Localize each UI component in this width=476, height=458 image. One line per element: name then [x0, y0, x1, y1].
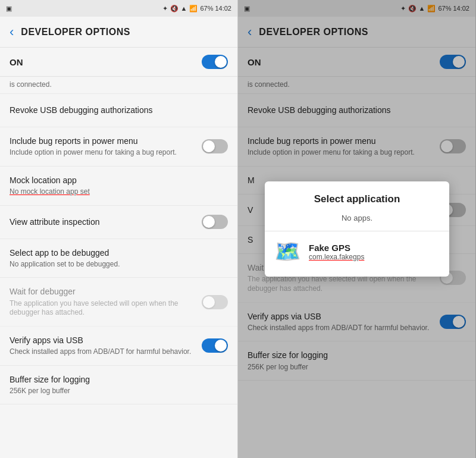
left-bug-reports-title: Include bug reports in power menu	[10, 136, 196, 146]
left-on-label: ON	[10, 57, 23, 67]
left-on-toggle-knob	[215, 56, 227, 68]
left-header: ‹ DEVELOPER OPTIONS	[0, 17, 237, 48]
dialog-fake-gps-row[interactable]: 🗺️ Fake GPS com.lexa.fakegps	[265, 231, 449, 272]
dialog-title: Select application	[265, 193, 449, 211]
left-view-attribute-title: View attribute inspection	[10, 217, 196, 227]
left-setting-buffer-size[interactable]: Buffer size for logging 256K per log buf…	[0, 366, 237, 405]
left-mock-location-title: Mock location app	[10, 175, 222, 186]
left-wait-debugger-title: Wait for debugger	[10, 286, 196, 297]
left-bug-reports-toggle[interactable]	[202, 139, 228, 153]
left-setting-wait-debugger: Wait for debugger The application you ha…	[0, 278, 237, 326]
left-setting-bug-reports[interactable]: Include bug reports in power menu Includ…	[0, 127, 237, 167]
left-mock-location-subtitle: No mock location app set	[10, 187, 222, 197]
fake-gps-info: Fake GPS com.lexa.fakegps	[309, 243, 440, 261]
status-bar-right-info: ✦ 🔇 ▲ 📶 67% 14:02	[162, 5, 232, 12]
left-buffer-size-title: Buffer size for logging	[10, 374, 222, 385]
left-status-bar: ▣ ✦ 🔇 ▲ 📶 67% 14:02	[0, 0, 237, 17]
left-bug-reports-toggle-knob	[203, 140, 215, 152]
left-is-connected: is connected.	[0, 77, 237, 94]
left-wait-debugger-subtitle: The application you have selected will o…	[10, 299, 196, 318]
fake-gps-name: Fake GPS	[309, 243, 440, 253]
dialog-overlay[interactable]: Select application No apps. 🗺️ Fake GPS …	[238, 0, 476, 458]
right-phone-panel: ▣ ✦ 🔇 ▲ 📶 67% 14:02 ‹ DEVELOPER OPTIONS …	[238, 0, 476, 458]
camera-icon: ▣	[6, 5, 12, 12]
left-select-debug-subtitle: No application set to be debugged.	[10, 260, 222, 269]
mute-icon: 🔇	[170, 5, 178, 12]
left-setting-revoke-usb[interactable]: Revoke USB debugging authorizations	[0, 94, 237, 127]
left-wait-debugger-toggle-knob	[203, 296, 215, 308]
left-phone-panel: ▣ ✦ 🔇 ▲ 📶 67% 14:02 ‹ DEVELOPER OPTIONS …	[0, 0, 238, 458]
wifi-icon: ▲	[181, 5, 187, 12]
select-application-dialog[interactable]: Select application No apps. 🗺️ Fake GPS …	[265, 181, 449, 277]
left-verify-apps-toggle[interactable]	[202, 338, 228, 353]
bluetooth-icon: ✦	[162, 5, 168, 12]
left-buffer-size-subtitle: 256K per log buffer	[10, 387, 222, 396]
fake-gps-icon: 🗺️	[274, 239, 300, 265]
battery-percent: 67% 14:02	[200, 5, 231, 12]
signal-icon: 📶	[189, 5, 198, 12]
left-setting-verify-apps[interactable]: Verify apps via USB Check installed apps…	[0, 327, 237, 366]
left-verify-apps-title: Verify apps via USB	[10, 335, 196, 346]
left-setting-select-debug[interactable]: Select app to be debugged No application…	[0, 239, 237, 278]
left-back-button[interactable]: ‹	[10, 24, 14, 40]
left-verify-apps-subtitle: Check installed apps from ADB/ADT for ha…	[10, 347, 196, 357]
left-settings-list: Revoke USB debugging authorizations Incl…	[0, 94, 237, 458]
left-setting-mock-location[interactable]: Mock location app No mock location app s…	[0, 167, 237, 206]
left-revoke-usb-title: Revoke USB debugging authorizations	[10, 105, 222, 115]
left-view-attribute-toggle-knob	[203, 216, 215, 228]
left-verify-apps-toggle-knob	[215, 340, 227, 352]
left-on-row: ON	[0, 48, 237, 77]
left-bug-reports-subtitle: Include option in power menu for taking …	[10, 148, 196, 158]
dialog-no-apps: No apps.	[265, 211, 449, 231]
fake-gps-emoji: 🗺️	[274, 239, 301, 263]
left-view-attribute-toggle[interactable]	[202, 215, 228, 229]
left-header-title: DEVELOPER OPTIONS	[21, 27, 130, 37]
left-select-debug-title: Select app to be debugged	[10, 247, 222, 258]
fake-gps-package: com.lexa.fakegps	[309, 253, 440, 261]
status-bar-left-icons: ▣	[6, 5, 12, 12]
left-on-toggle[interactable]	[202, 55, 228, 69]
left-setting-view-attribute[interactable]: View attribute inspection	[0, 206, 237, 239]
left-wait-debugger-toggle	[202, 295, 228, 309]
